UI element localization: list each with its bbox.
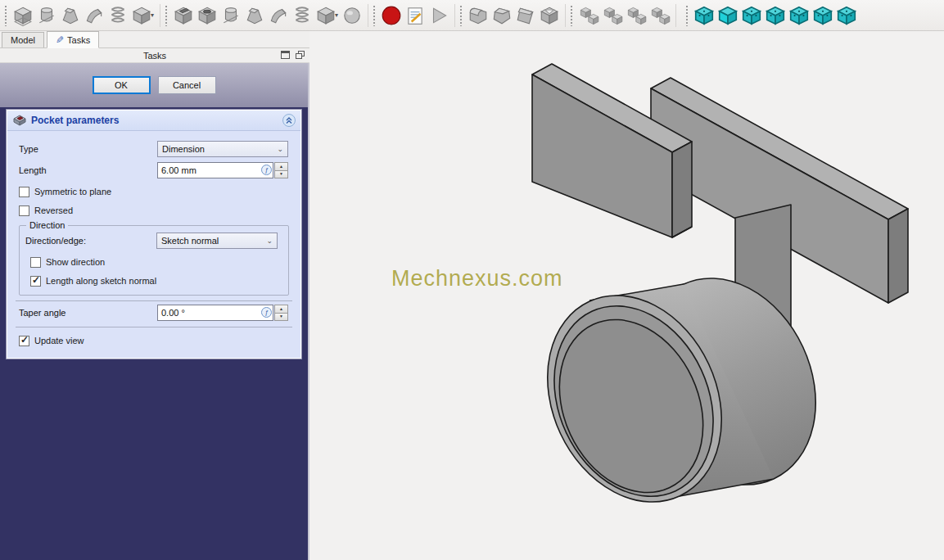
direction-edge-select[interactable]: Sketch normal ⌄ [156, 233, 278, 249]
view-right-icon[interactable] [763, 3, 787, 28]
macro-execute-icon[interactable] [427, 3, 450, 28]
3d-model[interactable] [309, 31, 944, 560]
toolbar-separator [368, 4, 368, 27]
symmetric-checkbox[interactable] [19, 187, 29, 197]
toolbar-group-part-design-subtractive: ▾ [162, 0, 366, 30]
symmetric-checkbox-row[interactable]: Symmetric to plane [19, 186, 289, 197]
dock-icon[interactable] [281, 51, 290, 59]
tasks-panel: OK Cancel Pocket parameters [0, 63, 309, 560]
thickness-icon[interactable] [537, 3, 561, 28]
type-select[interactable]: Dimension ⌄ [157, 141, 288, 157]
subtractive-pipe-icon[interactable] [266, 3, 290, 28]
additive-primitive-icon[interactable] [129, 3, 153, 28]
show-direction-checkbox[interactable] [30, 257, 41, 268]
pencil-icon: ✎ [56, 35, 64, 45]
float-icon[interactable] [296, 51, 305, 59]
chamfer-icon[interactable] [490, 3, 513, 28]
macro-record-icon[interactable] [379, 3, 403, 28]
collapse-button[interactable] [282, 114, 296, 127]
spin-up-icon[interactable]: ▲ [274, 162, 288, 171]
toolbar-separator [454, 4, 455, 27]
tab-tasks[interactable]: ✎ Tasks [47, 31, 99, 48]
spin-down-icon[interactable]: ▼ [274, 314, 288, 322]
tab-model[interactable]: Model [2, 32, 44, 47]
additive-helix-icon[interactable] [106, 3, 129, 28]
pocket-parameters-header[interactable]: Pocket parameters [7, 111, 300, 131]
pocket-parameters-title: Pocket parameters [31, 115, 278, 126]
view-isometric-icon[interactable] [692, 3, 716, 28]
length-along-label: Length along sketch normal [46, 276, 156, 286]
direction-edge-label: Direction/edge: [25, 236, 156, 246]
ok-button[interactable]: OK [93, 76, 151, 94]
toolbar-drag-handle[interactable] [570, 5, 574, 26]
length-spinner[interactable]: ▲ ▼ [274, 162, 288, 178]
update-view-row[interactable]: Update view [19, 335, 289, 346]
spin-up-icon[interactable]: ▲ [274, 305, 288, 314]
chevron-down-icon: ⌄ [266, 237, 273, 245]
subtractive-loft-icon[interactable] [242, 3, 266, 28]
taper-angle-label: Taper angle [19, 308, 157, 318]
spin-down-icon[interactable]: ▼ [274, 171, 288, 179]
toolbar-separator [565, 4, 566, 27]
update-view-checkbox[interactable] [19, 336, 29, 346]
divider [16, 300, 292, 301]
length-along-row[interactable]: Length along sketch normal [30, 275, 282, 287]
update-view-label: Update view [34, 336, 84, 345]
additive-pipe-icon[interactable] [82, 3, 106, 28]
toolbar-drag-handle[interactable] [685, 5, 689, 26]
toolbar-group-dressup [457, 0, 563, 30]
linear-pattern-icon[interactable] [600, 3, 624, 28]
subtractive-helix-icon[interactable] [290, 3, 314, 28]
dropdown-caret-icon[interactable]: ▾ [335, 11, 338, 19]
revolution-icon[interactable] [34, 3, 58, 28]
multitransform-icon[interactable] [648, 3, 671, 28]
pocket-icon[interactable] [171, 3, 195, 28]
chevron-down-icon: ⌄ [277, 145, 283, 153]
reversed-label: Reversed [34, 205, 73, 215]
view-rear-icon[interactable] [787, 3, 811, 28]
freecad-window: ▾▾ Model ✎ Tasks Tasks [0, 0, 944, 560]
dock-title: Tasks [143, 51, 166, 61]
toolbar-drag-handle[interactable] [4, 5, 8, 26]
toolbar-group-views [683, 0, 860, 30]
toolbar-group-part-design-additive: ▾ [2, 0, 158, 30]
dropdown-caret-icon[interactable]: ▾ [151, 11, 154, 19]
pocket-parameters-box: Pocket parameters Type Dimension ⌄ [7, 110, 301, 359]
toolbar-drag-handle[interactable] [373, 5, 377, 26]
mirrored-icon[interactable] [576, 3, 600, 28]
subtractive-primitive-icon[interactable] [314, 3, 337, 28]
length-along-checkbox[interactable] [30, 276, 41, 287]
reversed-checkbox-row[interactable]: Reversed [19, 205, 289, 216]
hole-icon[interactable] [195, 3, 219, 28]
fillet-icon[interactable] [466, 3, 490, 28]
draft-icon[interactable] [513, 3, 537, 28]
direction-group-label: Direction [26, 220, 68, 230]
polar-pattern-icon[interactable] [624, 3, 648, 28]
show-direction-label: Show direction [46, 257, 105, 267]
pocket-icon [12, 115, 27, 126]
view-bottom-icon[interactable] [811, 3, 834, 28]
pad-icon[interactable] [11, 3, 34, 28]
divider [16, 327, 292, 327]
3d-viewport[interactable]: Mechnexus.com [309, 31, 944, 560]
view-front-icon[interactable] [716, 3, 739, 28]
boolean-icon[interactable] [340, 3, 364, 28]
taper-angle-input[interactable] [157, 305, 273, 321]
main-toolbar: ▾▾ [0, 0, 944, 31]
formula-icon[interactable]: ƒ [261, 307, 272, 318]
watermark: Mechnexus.com [391, 266, 563, 291]
toolbar-drag-handle[interactable] [165, 5, 169, 26]
view-top-icon[interactable] [739, 3, 763, 28]
reversed-checkbox[interactable] [19, 205, 29, 216]
view-left-icon[interactable] [834, 3, 858, 28]
cancel-button[interactable]: Cancel [158, 76, 216, 94]
taper-spinner[interactable]: ▲ ▼ [274, 305, 288, 321]
show-direction-row[interactable]: Show direction [30, 256, 282, 268]
additive-loft-icon[interactable] [58, 3, 82, 28]
tab-model-label: Model [11, 35, 35, 45]
macro-edit-icon[interactable] [403, 3, 427, 28]
formula-icon[interactable]: ƒ [261, 165, 272, 175]
groove-icon[interactable] [219, 3, 242, 28]
length-input[interactable] [157, 162, 273, 178]
toolbar-drag-handle[interactable] [459, 5, 463, 26]
